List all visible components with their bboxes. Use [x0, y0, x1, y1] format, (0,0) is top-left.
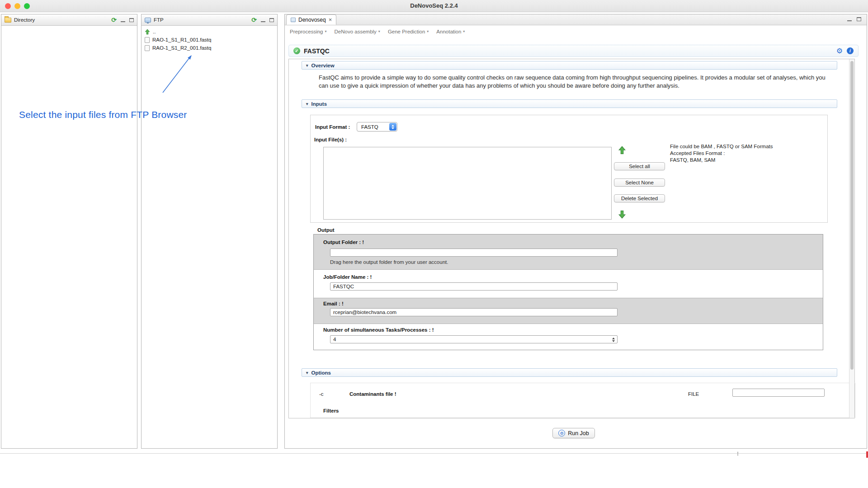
email-row: Email : ! [314, 298, 823, 324]
menu-label: Gene Prediction [388, 29, 425, 34]
maximize-panel-icon[interactable] [269, 18, 274, 22]
overview-description: FastQC aims to provide a simple way to d… [319, 74, 834, 90]
select-stepper-icon [389, 123, 396, 131]
tasks-spinner[interactable]: 4 [330, 335, 618, 343]
section-inputs-header[interactable]: ▾ Inputs [302, 99, 837, 108]
content-scrollbar[interactable] [849, 59, 854, 418]
close-tab-icon[interactable]: × [329, 17, 332, 23]
output-folder-input[interactable] [330, 249, 618, 257]
ftp-file-list: .. RAO-1_S1_R1_001.fastq RAO-1_S1_R2_001… [142, 26, 277, 52]
output-section-label: Output [317, 227, 335, 233]
workflow-menubar: Preprocessing ▾ DeNovo assembly ▾ Gene P… [285, 25, 867, 38]
ftp-icon [145, 18, 151, 23]
section-title: Inputs [311, 101, 327, 107]
annotation-text: Select the input files from FTP Browser [19, 109, 187, 120]
ftp-item-label: RAO-1_S1_R2_001.fastq [152, 45, 211, 51]
tasks-row: Number of simultaneous Tasks/Processes :… [314, 324, 823, 350]
green-down-arrow-icon [618, 210, 626, 219]
section-overview-header[interactable]: ▾ Overview [302, 61, 837, 70]
minimize-panel-icon[interactable] [121, 18, 125, 22]
note-line: Accepted Files Format : [670, 150, 773, 157]
ftp-file-item[interactable]: RAO-1_S1_R1_001.fastq [142, 36, 277, 44]
up-arrow-icon [145, 29, 150, 35]
section-options-header[interactable]: ▾ Options [302, 368, 837, 377]
file-type-label: FILE [688, 391, 699, 397]
zoom-window-button[interactable] [24, 3, 30, 9]
check-circle-icon: ✓ [293, 47, 300, 54]
edge-marker [866, 451, 868, 458]
refresh-icon[interactable]: ⟳ [251, 17, 257, 23]
collapse-triangle-icon: ▾ [306, 102, 308, 106]
filters-label: Filters [323, 408, 339, 413]
app-window: DeNovoSeq 2.2.4 Directory ⟳ FTP ⟳ [0, 0, 868, 488]
menu-gene-prediction[interactable]: Gene Prediction ▾ [388, 29, 429, 34]
contaminants-file-input[interactable] [732, 389, 825, 397]
maximize-panel-icon[interactable] [129, 18, 134, 22]
select-none-button[interactable]: Select None [614, 178, 665, 187]
refresh-icon[interactable]: ⟳ [111, 17, 117, 23]
output-folder-hint: Drag here the output folder from your us… [330, 259, 448, 265]
view-controls [847, 17, 861, 21]
menu-label: Annotation [436, 29, 461, 34]
maximize-view-icon[interactable] [857, 17, 861, 21]
directory-panel-actions: ⟳ [111, 17, 134, 23]
window-title: DeNovoSeq 2.2.4 [0, 0, 868, 12]
scrollbar-thumb[interactable] [850, 61, 854, 370]
delete-selected-button[interactable]: Delete Selected [614, 194, 665, 202]
tasks-label: Number of simultaneous Tasks/Processes :… [323, 327, 434, 333]
menu-annotation[interactable]: Annotation ▾ [436, 29, 465, 34]
gear-icon[interactable]: ⚙ [836, 47, 843, 55]
email-input[interactable] [330, 308, 618, 316]
select-all-button[interactable]: Select all [614, 162, 665, 170]
file-icon [145, 45, 150, 51]
tab-denovoseq[interactable]: Denovoseq × [286, 14, 336, 25]
menu-label: Preprocessing [290, 29, 323, 34]
menu-denovo-assembly[interactable]: DeNovo assembly ▾ [335, 29, 380, 34]
output-group: Output Folder : ! Drag here the output f… [313, 234, 823, 350]
ftp-item-label: RAO-1_S1_R1_001.fastq [152, 37, 211, 42]
inputs-group: Input Format : FASTQ Input File(s) : Sel… [310, 115, 828, 223]
input-files-label: Input File(s) : [314, 137, 347, 142]
note-line: File could be BAM , FASTQ or SAM Formats [670, 143, 773, 150]
chevron-down-icon: ▾ [325, 29, 327, 33]
note-line: FASTQ, BAM, SAM [670, 157, 773, 164]
input-format-label: Input Format : [315, 124, 350, 130]
contaminants-label: Contaminants file ! [349, 391, 396, 397]
denovoseq-view: Denovoseq × Preprocessing ▾ DeNovo assem… [284, 14, 867, 449]
directory-panel: Directory ⟳ [1, 14, 137, 449]
tool-header: ✓ FASTQC ⚙ i [288, 45, 859, 57]
options-group: -c Contaminants file ! FILE Filters [310, 383, 855, 418]
titlebar: DeNovoSeq 2.2.4 [0, 0, 868, 12]
tab-strip: Denovoseq × [285, 14, 867, 25]
job-name-label: Job/Folder Name : ! [323, 274, 372, 280]
menu-preprocessing[interactable]: Preprocessing ▾ [290, 29, 327, 34]
ftp-up-directory-item[interactable]: .. [142, 28, 277, 36]
input-format-select[interactable]: FASTQ [357, 122, 397, 131]
run-gear-icon: ⚙ [558, 430, 565, 436]
contaminants-flag: -c [319, 391, 324, 397]
job-name-input[interactable] [330, 282, 618, 291]
minimize-panel-icon[interactable] [261, 18, 265, 22]
run-job-button[interactable]: ⚙ Run Job [552, 428, 595, 438]
input-files-area[interactable] [323, 147, 612, 220]
tool-form: ▾ Overview FastQC aims to provide a simp… [288, 59, 855, 418]
input-format-value: FASTQ [361, 124, 378, 130]
file-icon [145, 37, 150, 43]
email-label: Email : ! [323, 301, 344, 306]
move-down-button[interactable] [616, 209, 628, 219]
ftp-panel-actions: ⟳ [251, 17, 274, 23]
tool-title: FASTQC [304, 47, 330, 55]
accepted-formats-note: File could be BAM , FASTQ or SAM Formats… [670, 143, 773, 164]
splitter-handle[interactable] [737, 452, 738, 455]
move-up-button[interactable] [616, 145, 628, 155]
ftp-item-label: .. [153, 29, 156, 34]
close-window-button[interactable] [5, 3, 11, 9]
job-name-row: Job/Folder Name : ! [314, 270, 823, 298]
minimize-window-button[interactable] [14, 3, 20, 9]
chevron-down-icon: ▾ [378, 29, 380, 33]
number-stepper-icon[interactable] [611, 337, 616, 343]
tool-header-actions: ⚙ i [836, 47, 854, 55]
directory-panel-title: Directory [14, 17, 35, 23]
minimize-view-icon[interactable] [847, 17, 852, 21]
info-icon[interactable]: i [847, 47, 854, 54]
